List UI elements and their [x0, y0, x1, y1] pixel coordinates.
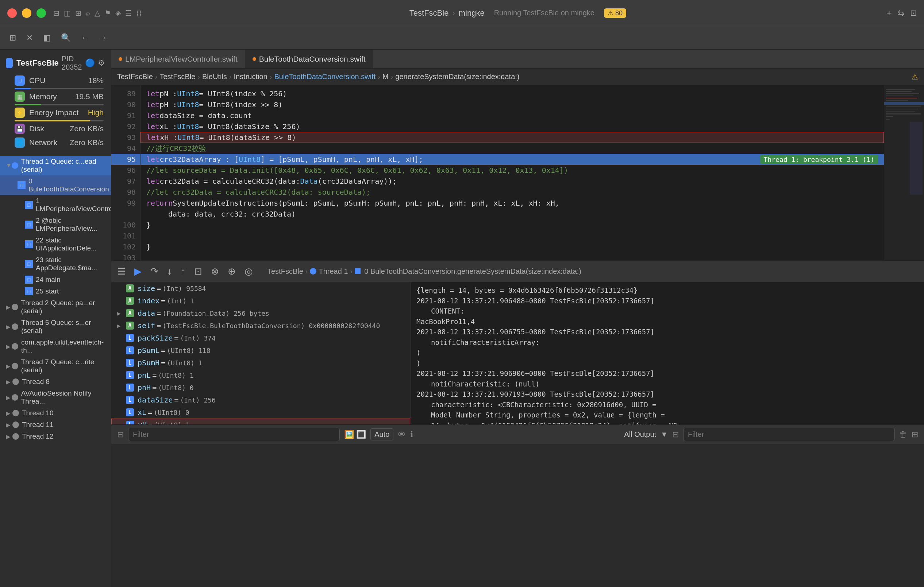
code-content[interactable]: let pN : UInt8 = UInt8(index % 256) let … [140, 86, 884, 260]
thread-11-dot [12, 421, 19, 428]
frame-0-item[interactable]: □ 0 BuleToothDataConversion... [0, 175, 111, 195]
thread-7-dot [12, 363, 18, 369]
maximize-button[interactable] [36, 8, 46, 18]
cpu-value: 18% [88, 76, 104, 85]
flag-icon[interactable]: ⚑ [104, 9, 111, 18]
sidebar-toggle-icon[interactable]: ⊟ [53, 9, 59, 18]
bc-bleutils: BleUtils [202, 72, 227, 81]
debug-step-out-icon[interactable]: ↑ [181, 266, 185, 277]
frame-0-label: 0 BuleToothDataConversion... [28, 177, 111, 193]
minimize-button[interactable] [22, 8, 31, 18]
docs-icon[interactable]: ☰ [125, 9, 132, 18]
console-2: 2021-08-12 13:37:21.906488+0800 TestFscB… [416, 296, 918, 306]
frame-22-item[interactable]: □ 22 static UIApplicationDele... [0, 234, 111, 254]
filter-input-console[interactable] [683, 428, 895, 441]
ln-90: 90 [111, 99, 140, 110]
close-icon[interactable]: ✕ [24, 31, 35, 45]
filter-bar-bottom: ⊟ 🖼️ 🔳 Auto 👁 ℹ All Output ▼ ⊟ 🗑 ⊞ [111, 424, 924, 444]
frame-1-icon: □ [25, 201, 33, 209]
line-numbers: 89 90 91 92 93 94 95 96 97 98 99 100 101… [111, 86, 140, 260]
svg-rect-12 [886, 116, 893, 117]
close-button[interactable] [7, 8, 17, 18]
thread-12-item[interactable]: ▶ Thread 12 [0, 431, 111, 442]
warning-icon[interactable]: △ [94, 9, 100, 18]
layout2-icon[interactable]: ◧ [41, 31, 53, 45]
brackets-icon[interactable]: ⟨⟩ [136, 9, 142, 18]
thread-11-item[interactable]: ▶ Thread 11 [0, 419, 111, 431]
debug-share-icon[interactable]: ⊕ [228, 266, 236, 277]
debug-frame-icon[interactable]: ⊡ [194, 266, 202, 277]
thread-2-item[interactable]: ▶ Thread 2 Queue: pa...er (serial) [0, 297, 111, 317]
bc-testfscble2: TestFscBle [160, 72, 195, 81]
target-label: mingke [459, 8, 485, 18]
thread-8-dot [12, 378, 19, 385]
toolbar: ⊞ ✕ ◧ 🔍 ← → [0, 26, 924, 49]
grid-icon[interactable]: ⊞ [75, 9, 81, 18]
forward-icon[interactable]: → [97, 31, 109, 45]
titlebar-center: TestFscBle › mingke Running TestFscBle o… [149, 8, 886, 18]
search-icon[interactable]: ⌕ [86, 9, 90, 18]
debug-step-in-icon[interactable]: ↓ [167, 266, 172, 277]
thread-audio-item[interactable]: ▶ AVAudioSession Notify Threa... [0, 388, 111, 407]
filter-input-1[interactable] [128, 428, 340, 441]
eye-icon[interactable]: 👁 [398, 430, 406, 439]
breadcrumb: TestFscBle › TestFscBle › BleUtils › Ins… [111, 69, 924, 86]
debug-breakpoint-icon[interactable]: ⊗ [211, 266, 219, 277]
split-icon[interactable]: ⊡ [910, 8, 917, 18]
add-icon[interactable]: + [886, 7, 892, 18]
thread-10-item[interactable]: ▶ Thread 10 [0, 407, 111, 419]
back-icon[interactable]: ← [79, 31, 91, 45]
var-size-badge: A [126, 284, 134, 293]
svg-rect-8 [886, 107, 921, 107]
grid-small-icon[interactable]: ⊞ [7, 31, 18, 45]
titlebar-right: + ⇆ ⊡ [886, 7, 917, 18]
thread-uikit-dot [12, 343, 18, 350]
var-index-badge: A [126, 297, 134, 305]
frame-25-item[interactable]: □ 25 start [0, 286, 111, 297]
titlebar: ⊟ ◫ ⊞ ⌕ △ ⚑ ◈ ☰ ⟨⟩ TestFscBle › mingke R… [0, 0, 924, 26]
frame-25-label: 25 start [36, 287, 59, 295]
trash-icon[interactable]: 🗑 [899, 430, 907, 439]
debug-step-over-icon[interactable]: ↷ [150, 266, 158, 277]
thread-2-dot [12, 304, 18, 310]
frame-22-icon: □ [25, 240, 33, 248]
debug-play-icon[interactable]: ▶ [134, 266, 142, 277]
frame-24-item[interactable]: □ 24 main [0, 274, 111, 286]
frame-1-label: 1 LMPeripheralViewControll... [36, 197, 111, 213]
frame-24-icon: □ [25, 276, 33, 284]
thread-1-item[interactable]: ▼ Thread 1 Queue: c...ead (serial) [0, 156, 111, 175]
memory-label: Memory [29, 92, 57, 101]
debug-list-icon[interactable]: ☰ [117, 266, 125, 277]
thread-uikit-item[interactable]: ▶ com.apple.uikit.eventfetch-th... [0, 337, 111, 356]
thread-12-dot [12, 433, 19, 440]
thread-audio-dot [12, 394, 18, 401]
console-4: MacBookPro11,4 [416, 316, 918, 327]
console-panel[interactable]: {length = 14, bytes = 0x4d6163426f6f6b50… [411, 282, 924, 424]
search2-icon[interactable]: 🔍 [59, 31, 73, 45]
back-forward-icon[interactable]: ⇆ [898, 8, 904, 18]
frame-23-item[interactable]: □ 23 static AppDelegate.$ma... [0, 254, 111, 274]
var-data[interactable]: ▶ A data=(Foundation.Data) 256 bytes [111, 307, 410, 319]
thread-8-item[interactable]: ▶ Thread 8 [0, 376, 111, 388]
frame-1-item[interactable]: □ 1 LMPeripheralViewControll... [0, 195, 111, 215]
tab-lm-label: LMPeripheralViewController.swift [125, 55, 238, 63]
info-icon[interactable]: ℹ [410, 430, 413, 439]
var-self[interactable]: ▶ A self=(TestFscBle.BuleToothDataConver… [111, 319, 410, 332]
thread-12-label: Thread 12 [22, 432, 54, 441]
var-pnl: L pnL=(UInt8) 1 [111, 369, 410, 381]
debug-location-icon[interactable]: ◎ [244, 266, 253, 277]
layout-icon[interactable]: ◫ [64, 9, 71, 18]
frame-2-item[interactable]: □ 2 @objc LMPeripheralView... [0, 215, 111, 234]
thread-5-item[interactable]: ▶ Thread 5 Queue: s...er (serial) [0, 317, 111, 337]
tab-lm[interactable]: LMPeripheralViewController.swift [111, 49, 245, 68]
tab-bule[interactable]: BuleToothDataConversion.swift [245, 49, 373, 68]
thread-2-label: Thread 2 Queue: pa...er (serial) [21, 299, 105, 315]
ln-92: 92 [111, 121, 140, 132]
console-1: {length = 14, bytes = 0x4d6163426f6f6b50… [416, 285, 918, 296]
split-view-icon[interactable]: ⊞ [912, 430, 918, 439]
metric-disk: 💾 Disk Zero KB/s [0, 122, 111, 136]
diff-icon[interactable]: ◈ [116, 9, 121, 18]
thread-10-label: Thread 10 [22, 409, 54, 417]
thread-7-item[interactable]: ▶ Thread 7 Queue: c...rite (serial) [0, 356, 111, 376]
frame-24-label: 24 main [36, 276, 61, 284]
